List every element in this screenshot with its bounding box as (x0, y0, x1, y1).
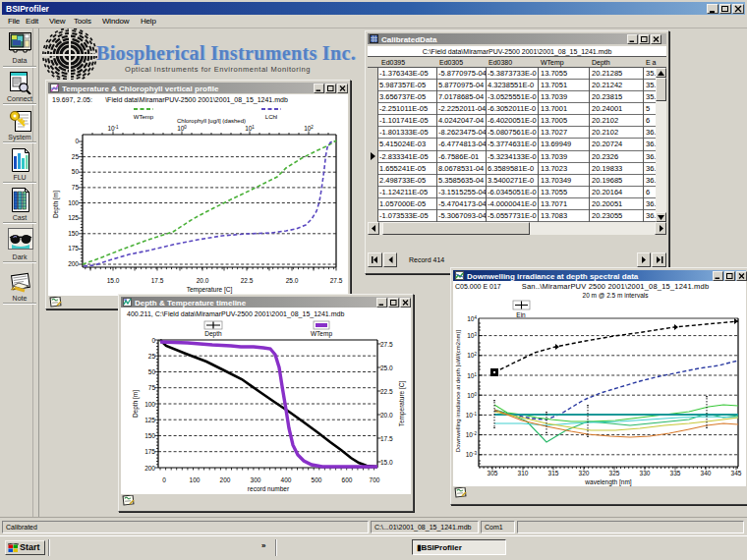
svg-text:25: 25 (72, 153, 80, 160)
svg-text:104: 104 (467, 315, 477, 322)
svg-text:15.0: 15.0 (380, 459, 393, 466)
svg-text:50: 50 (72, 168, 80, 175)
svg-text:15.0: 15.0 (107, 277, 120, 284)
svg-text:22.5: 22.5 (380, 388, 393, 395)
svg-text:75: 75 (148, 384, 156, 391)
svg-text:125: 125 (144, 417, 155, 423)
svg-text:310: 310 (518, 470, 529, 476)
svg-text:20.0: 20.0 (197, 277, 209, 284)
svg-text:325: 325 (609, 470, 620, 476)
svg-text:100: 100 (177, 125, 187, 132)
svg-text:500: 500 (312, 476, 322, 483)
svg-text:27.5: 27.5 (380, 341, 393, 348)
svg-text:600: 600 (342, 476, 353, 483)
svg-text:10-1: 10-1 (107, 125, 119, 132)
svg-text:WTemp: WTemp (134, 114, 154, 120)
svg-text:27.5: 27.5 (330, 277, 343, 284)
svg-text:200: 200 (144, 465, 155, 472)
svg-text:200: 200 (220, 476, 231, 483)
svg-text:25: 25 (148, 353, 156, 360)
svg-text:Temperature [C]: Temperature [C] (187, 286, 233, 294)
svg-text:315: 315 (548, 470, 559, 476)
svg-text:10-3: 10-3 (466, 451, 478, 458)
svg-text:175: 175 (144, 448, 155, 455)
svg-text:100: 100 (467, 392, 477, 399)
svg-text:25.0: 25.0 (286, 277, 299, 284)
svg-text:100: 100 (68, 199, 79, 206)
svg-text:Depth [m]: Depth [m] (52, 191, 60, 218)
svg-text:10-2: 10-2 (466, 431, 478, 438)
svg-text:101: 101 (245, 125, 255, 132)
svg-text:LChl: LChl (265, 114, 277, 120)
svg-text:150: 150 (68, 230, 79, 237)
svg-text:320: 320 (579, 470, 590, 476)
svg-text:0: 0 (75, 138, 79, 144)
svg-text:0: 0 (162, 476, 166, 483)
svg-text:700: 700 (370, 476, 380, 483)
svg-text:400: 400 (281, 476, 292, 483)
svg-text:330: 330 (640, 470, 651, 476)
svg-text:17.5: 17.5 (380, 435, 393, 442)
svg-text:10-1: 10-1 (466, 412, 478, 419)
svg-text:340: 340 (701, 470, 712, 476)
svg-text:300: 300 (251, 476, 261, 483)
svg-text:102: 102 (304, 125, 314, 132)
svg-text:50: 50 (148, 368, 156, 375)
svg-text:175: 175 (68, 245, 79, 252)
svg-text:25.0: 25.0 (380, 364, 393, 371)
svg-text:17.5: 17.5 (151, 277, 164, 284)
svg-text:345: 345 (731, 470, 742, 476)
svg-text:record number: record number (248, 485, 290, 492)
svg-text:wavelength [nm]: wavelength [nm] (584, 478, 632, 486)
svg-text:100: 100 (144, 401, 155, 408)
svg-text:Depth [m]: Depth [m] (132, 390, 140, 418)
svg-text:0: 0 (151, 337, 155, 344)
svg-text:75: 75 (72, 184, 80, 191)
svg-text:22.5: 22.5 (241, 277, 254, 284)
svg-text:Chlorophyll [ug/l] (dashed): Chlorophyll [ug/l] (dashed) (177, 118, 246, 124)
svg-text:100: 100 (190, 476, 201, 483)
svg-text:103: 103 (467, 332, 477, 339)
svg-text:102: 102 (467, 352, 477, 359)
svg-text:305: 305 (488, 470, 498, 476)
svg-text:101: 101 (467, 372, 477, 379)
svg-text:125: 125 (68, 214, 79, 221)
svg-text:Temperature [C]: Temperature [C] (398, 381, 406, 427)
svg-text:150: 150 (144, 432, 155, 439)
svg-text:20.0: 20.0 (380, 412, 393, 419)
svg-text:Downwelling irradiance at dept: Downwelling irradiance at depth [uW/(cm2… (455, 329, 461, 452)
svg-text:200: 200 (68, 260, 79, 267)
svg-text:335: 335 (670, 470, 681, 476)
